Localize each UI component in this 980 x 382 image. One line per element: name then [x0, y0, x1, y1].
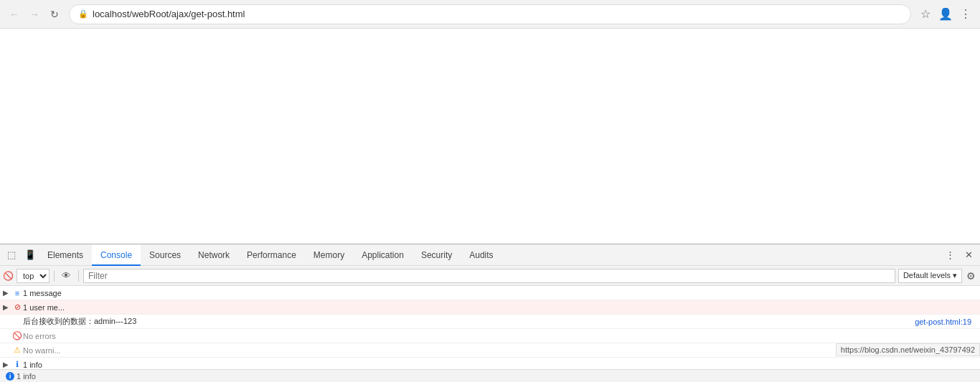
back-button[interactable]: ←	[6, 6, 23, 23]
status-info: i 1 info	[6, 372, 36, 381]
close-icon: ✕	[965, 249, 973, 260]
console-source-link[interactable]: get-post.html:19	[915, 317, 977, 326]
inspect-icon: ⬚	[7, 249, 16, 260]
tab-performance[interactable]: Performance	[238, 244, 305, 266]
context-selector[interactable]: top	[17, 269, 50, 283]
more-tabs-button[interactable]: ⋮	[941, 247, 958, 264]
reload-button[interactable]: ↻	[46, 6, 63, 23]
tab-network-label: Network	[198, 250, 230, 260]
devtools-side-icons: ⬚ 📱	[3, 247, 39, 264]
forward-button[interactable]: →	[26, 6, 43, 23]
browser-actions: ☆ 👤 ⋮	[917, 6, 974, 23]
devtools-statusbar: i 1 info	[0, 369, 980, 382]
devtools-toolbar: 🚫 top 👁 Default levels ▾ ⚙	[0, 266, 980, 286]
tab-sources[interactable]: Sources	[141, 244, 189, 266]
toolbar-divider-2	[78, 270, 79, 282]
console-error-icon: 🚫	[3, 271, 14, 281]
profile-icon: 👤	[938, 7, 953, 21]
url-hint-text: https://blog.csdn.net/weixin_43797492	[841, 345, 975, 354]
secure-icon: 🔒	[78, 9, 88, 19]
no-warnings-label: No warni...	[23, 346, 977, 355]
default-levels-button[interactable]: Default levels ▾	[898, 269, 962, 283]
info-icon-letter: i	[9, 373, 11, 380]
row-label: 1 user me...	[23, 303, 977, 312]
info-icon: ℹ	[11, 360, 23, 369]
eye-button[interactable]: 👁	[59, 269, 74, 282]
close-devtools-button[interactable]: ✕	[960, 247, 977, 264]
page-content	[0, 29, 980, 244]
tab-sources-label: Sources	[149, 250, 181, 260]
bookmark-button[interactable]: ☆	[917, 6, 934, 23]
profile-button[interactable]: 👤	[937, 6, 954, 23]
tab-application[interactable]: Application	[353, 244, 413, 266]
tab-audits-label: Audits	[469, 250, 493, 260]
toolbar-divider-1	[54, 270, 55, 282]
no-warnings-icon: ⚠	[11, 345, 23, 355]
browser-chrome: ← → ↻ 🔒 localhost/webRoot/ajax/get-post.…	[0, 0, 980, 29]
tab-performance-label: Performance	[247, 250, 296, 260]
expand-arrow: ▶	[3, 303, 11, 311]
more-tabs-icon: ⋮	[946, 249, 955, 260]
tab-security[interactable]: Security	[413, 244, 461, 266]
tab-console[interactable]: Console	[92, 244, 141, 266]
expand-arrow: ▶	[3, 289, 11, 297]
tab-application-label: Application	[362, 250, 404, 260]
console-settings-button[interactable]: ⚙	[965, 269, 977, 283]
devtools-tab-group: Elements Console Sources Network Perform…	[39, 244, 941, 266]
devtools-panel: ⬚ 📱 Elements Console Sources Network Per…	[0, 244, 980, 382]
tab-security-label: Security	[421, 250, 452, 260]
menu-icon: ⋮	[960, 7, 971, 21]
address-text: localhost/webRoot/ajax/get-post.html	[93, 9, 902, 19]
tab-memory-label: Memory	[314, 250, 344, 260]
row-label: 1 message	[23, 289, 977, 297]
tab-elements[interactable]: Elements	[39, 244, 92, 266]
nav-buttons: ← → ↻	[6, 6, 63, 23]
expand-arrow: ▶	[3, 360, 11, 368]
filter-input[interactable]	[83, 269, 895, 283]
info-label: 1 info	[23, 360, 977, 369]
info-circle-icon: i	[6, 372, 14, 381]
menu-button[interactable]: ⋮	[957, 6, 974, 23]
url-hint: https://blog.csdn.net/weixin_43797492	[836, 343, 980, 356]
address-bar[interactable]: 🔒 localhost/webRoot/ajax/get-post.html	[69, 4, 911, 24]
tab-network[interactable]: Network	[189, 244, 238, 266]
list-icon: ≡	[11, 289, 23, 297]
console-output: ▶ ≡ 1 message ▶ ⊘ 1 user me... 后台接收到的数据：…	[0, 286, 980, 369]
tab-elements-label: Elements	[47, 250, 83, 260]
list-item[interactable]: ▶ ≡ 1 message	[0, 286, 980, 300]
list-item[interactable]: 后台接收到的数据：admin---123 get-post.html:19	[0, 315, 980, 329]
tab-memory[interactable]: Memory	[305, 244, 353, 266]
reload-icon: ↻	[50, 9, 59, 20]
list-item[interactable]: 🚫 No errors	[0, 329, 980, 343]
back-icon: ←	[9, 9, 19, 20]
device-icon: 📱	[24, 249, 36, 260]
no-errors-icon: 🚫	[11, 331, 23, 340]
default-levels-label: Default levels ▾	[903, 271, 957, 280]
error-circle-icon: ⊘	[11, 302, 23, 312]
list-item[interactable]: ▶ ℹ 1 info	[0, 358, 980, 369]
console-message-text: 后台接收到的数据：admin---123	[23, 316, 915, 327]
forward-icon: →	[29, 9, 39, 20]
no-errors-label: No errors	[23, 332, 977, 340]
bookmark-icon: ☆	[920, 7, 930, 21]
devtools-right-icons: ⋮ ✕	[941, 247, 977, 264]
tab-audits[interactable]: Audits	[461, 244, 501, 266]
inspect-element-button[interactable]: ⬚	[3, 247, 20, 264]
list-item[interactable]: ⚠ No warni...	[0, 343, 980, 358]
status-info-text: 1 info	[17, 372, 36, 381]
device-toolbar-button[interactable]: 📱	[22, 247, 39, 264]
tab-console-label: Console	[100, 250, 132, 260]
devtools-tabs-bar: ⬚ 📱 Elements Console Sources Network Per…	[0, 244, 980, 266]
list-item[interactable]: ▶ ⊘ 1 user me...	[0, 300, 980, 315]
